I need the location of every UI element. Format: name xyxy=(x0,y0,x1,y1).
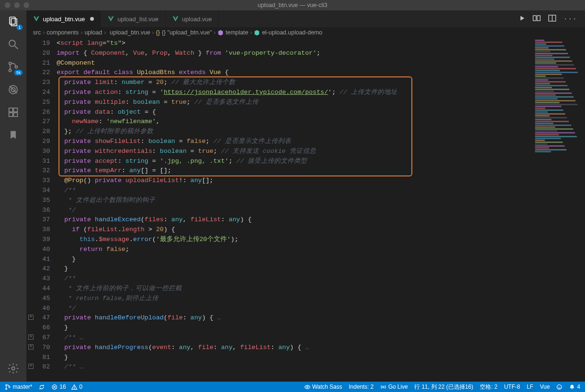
breadcrumb-item[interactable]: components xyxy=(47,29,79,36)
compare-icon[interactable] xyxy=(533,14,541,24)
svg-point-2 xyxy=(9,40,15,46)
code-line[interactable]: } xyxy=(57,264,533,274)
source-control-icon[interactable]: 5k xyxy=(7,60,20,74)
explorer-icon[interactable]: 1 xyxy=(7,15,20,28)
titlebar: upload_btn.vue — vue-cli3 xyxy=(0,0,585,10)
sync-indicator[interactable] xyxy=(39,384,45,390)
tab-upload_btn-vue[interactable]: upload_btn.vue xyxy=(26,10,101,27)
code-line[interactable]: /** … xyxy=(57,362,533,372)
code-line[interactable]: */ xyxy=(57,206,533,216)
code-line[interactable]: this.$message.error('最多允许上传20个文件'); xyxy=(57,235,533,245)
eol-indicator[interactable]: LF xyxy=(526,384,533,390)
code-line[interactable]: * 文件超出个数限制时的钩子 xyxy=(57,196,533,206)
svg-point-27 xyxy=(307,386,308,387)
code-line[interactable]: <script lang="ts"> xyxy=(57,39,533,49)
svg-rect-1 xyxy=(11,19,17,26)
code-line[interactable]: return false; xyxy=(57,245,533,255)
svg-point-4 xyxy=(9,62,11,65)
extensions-icon[interactable] xyxy=(7,106,20,119)
debug-icon[interactable] xyxy=(7,83,20,96)
code-line[interactable]: } xyxy=(57,255,533,265)
fold-expand-icon[interactable]: + xyxy=(28,334,33,340)
code-line[interactable]: */ xyxy=(57,304,533,314)
code-line[interactable]: private limit: number = 20; // 最大允许上传个数 xyxy=(57,78,533,88)
svg-rect-15 xyxy=(533,16,536,21)
code-line[interactable]: /** xyxy=(57,186,533,196)
code-line[interactable]: * return false,则停止上传 xyxy=(57,294,533,304)
code-line[interactable]: private action: string = 'https://jsonpl… xyxy=(57,88,533,98)
svg-point-20 xyxy=(6,388,7,390)
breadcrumb-item[interactable]: {}{} "upload_btn.vue" xyxy=(156,29,212,36)
branch-indicator[interactable]: master* xyxy=(5,384,32,390)
tab-label: upload.vue xyxy=(182,16,212,23)
go-live-button[interactable]: Go Live xyxy=(380,384,408,390)
breadcrumb-item[interactable]: template xyxy=(217,29,248,36)
svg-point-5 xyxy=(9,69,11,72)
code-line[interactable]: @Component xyxy=(57,58,533,68)
breadcrumb-item[interactable]: src xyxy=(33,29,41,36)
spaces-indicator[interactable]: 空格: 2 xyxy=(480,383,497,391)
svg-rect-0 xyxy=(9,17,15,24)
svg-rect-11 xyxy=(9,113,13,117)
code-line[interactable]: } xyxy=(57,323,533,333)
code-line[interactable]: private multiple: boolean = true; // 是否多… xyxy=(57,98,533,108)
svg-point-14 xyxy=(12,367,15,370)
code-line[interactable]: @Prop() private uploadFileList!: any[]; xyxy=(57,176,533,186)
indents-indicator[interactable]: Indents: 2 xyxy=(349,384,374,390)
search-icon[interactable] xyxy=(7,38,20,51)
tab-upload_list-vue[interactable]: upload_list.vue xyxy=(101,10,166,27)
svg-rect-10 xyxy=(9,108,13,112)
code-line[interactable]: private handleBeforeUpload(file: any) { … xyxy=(57,313,533,323)
breadcrumb-item[interactable]: upload xyxy=(84,29,102,36)
code-line[interactable]: export default class UploadBtns extends … xyxy=(57,68,533,78)
more-icon[interactable]: ··· xyxy=(564,16,577,23)
code-line[interactable]: /** xyxy=(57,274,533,284)
svg-point-19 xyxy=(6,384,7,385)
code-line[interactable]: if (fileList.length > 20) { xyxy=(57,225,533,235)
notifications-indicator[interactable]: 4 xyxy=(569,384,580,390)
cursor-position[interactable]: 行 11, 列 22 (已选择16) xyxy=(414,383,473,391)
code-line[interactable]: private data: object = { xyxy=(57,108,533,117)
minimap[interactable] xyxy=(533,38,585,382)
breadcrumb-item[interactable]: upload_btn.vue xyxy=(108,29,150,36)
svg-point-28 xyxy=(383,386,384,387)
scm-badge: 5k xyxy=(14,70,23,75)
code-line[interactable]: import { Component, Vue, Prop, Watch } f… xyxy=(57,49,533,58)
code-line[interactable]: } xyxy=(57,353,533,363)
bookmark-icon[interactable] xyxy=(7,128,20,142)
svg-rect-12 xyxy=(14,113,17,117)
dirty-indicator xyxy=(90,17,94,21)
code-area[interactable]: <script lang="ts">import { Component, Vu… xyxy=(57,38,533,382)
split-editor-icon[interactable] xyxy=(548,14,556,24)
code-line[interactable]: }; // 上传时附带的额外参数 xyxy=(57,127,533,137)
watch-sass-button[interactable]: Watch Sass xyxy=(304,384,343,390)
settings-gear-icon[interactable] xyxy=(7,362,20,375)
code-line[interactable]: /** … xyxy=(57,333,533,343)
breadcrumb-item[interactable]: el-upload.upload-demo xyxy=(254,29,322,36)
code-line[interactable]: private withcredentials: boolean = true;… xyxy=(57,147,533,157)
fold-expand-icon[interactable]: + xyxy=(28,344,33,350)
fold-expand-icon[interactable]: + xyxy=(28,364,33,369)
code-line[interactable]: private handleExceed(files: any, fileLis… xyxy=(57,215,533,225)
code-line[interactable]: private handleProgress(event: any, file:… xyxy=(57,343,533,353)
code-line[interactable]: private showFileList: boolean = false; /… xyxy=(57,137,533,147)
fold-expand-icon[interactable]: + xyxy=(28,315,33,320)
tab-label: upload_btn.vue xyxy=(43,16,85,23)
svg-point-26 xyxy=(74,388,75,389)
editor[interactable]: 1920212223242526272829303132333435363738… xyxy=(26,38,585,382)
code-line[interactable]: private tempArr: any[] = []; xyxy=(57,166,533,176)
tab-label: upload_list.vue xyxy=(117,16,159,23)
tab-upload-vue[interactable]: upload.vue xyxy=(166,10,219,27)
code-line[interactable]: private accept: string = '.jpg, .png, .t… xyxy=(57,157,533,167)
activity-bar: 1 5k xyxy=(0,10,26,382)
code-line[interactable]: * 文件上传前的钩子，可以做一些拦截 xyxy=(57,284,533,294)
problems-indicator[interactable]: 16 0 xyxy=(51,384,82,390)
encoding-indicator[interactable]: UTF-8 xyxy=(504,384,520,390)
language-indicator[interactable]: Vue xyxy=(540,384,550,390)
feedback-icon[interactable] xyxy=(556,384,562,390)
statusbar: master* 16 0 Watch Sass Indents: 2 Go Li… xyxy=(0,382,585,392)
run-icon[interactable] xyxy=(519,15,525,23)
breadcrumb[interactable]: src›components›upload›upload_btn.vue›{}{… xyxy=(26,27,585,38)
code-line[interactable]: newName: 'newfilename', xyxy=(57,117,533,127)
window-title: upload_btn.vue — vue-cli3 xyxy=(0,2,585,8)
